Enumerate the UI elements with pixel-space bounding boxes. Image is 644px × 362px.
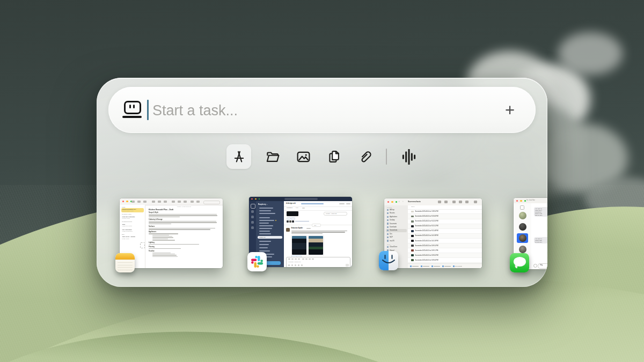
task-input[interactable] [151, 98, 486, 123]
column-header-name[interactable]: Name [411, 206, 415, 208]
format-glyph[interactable] [295, 258, 297, 260]
notes-sidebar-item[interactable]: VET Homework7/18/25 Confirmation [121, 228, 144, 232]
toolbar-glyph[interactable] [196, 201, 200, 203]
toolbar-glyph[interactable] [459, 201, 462, 203]
reaction-pill[interactable] [287, 217, 291, 220]
slack-image-attachment[interactable] [287, 211, 298, 216]
notes-sidebar-item[interactable]: Concrete contractorMonday Testing [121, 215, 144, 219]
file-row[interactable]: Screenshot 2025-08-13 at 5:39:10 PM [408, 243, 482, 248]
crumb-current[interactable]: Screenshots [455, 265, 462, 267]
toolbar-glyph[interactable] [152, 201, 155, 203]
slack-app-icon[interactable] [247, 252, 267, 271]
slack-screenshot-attachment[interactable] [308, 235, 324, 255]
file-row[interactable]: Screenshot 2025-08-13 at 5:39:05 PM [408, 253, 482, 258]
slack-sidebar-item[interactable] [259, 247, 268, 248]
plus-circle-icon[interactable] [533, 264, 537, 268]
crumb-label[interactable] [423, 266, 429, 267]
toolbar-glyph[interactable] [131, 201, 135, 203]
finder-sidebar-item[interactable]: macOS [386, 239, 407, 242]
finder-sidebar-item[interactable]: iCloud Drive [386, 246, 407, 249]
avatar[interactable] [519, 212, 526, 219]
copy-icon[interactable] [325, 147, 343, 166]
format-glyph[interactable] [309, 258, 311, 260]
slack-sidebar-item[interactable] [259, 208, 273, 209]
crumb-label[interactable] [412, 266, 419, 267]
toolbar-glyph[interactable] [178, 201, 181, 203]
composer-icon[interactable] [295, 264, 296, 266]
slack-composer[interactable]: Message #design-crit [286, 257, 350, 267]
slack-message-author[interactable]: Sebastian Spader [291, 228, 303, 230]
toolbar-glyph[interactable] [474, 201, 477, 203]
toolbar-glyph[interactable] [452, 201, 456, 203]
file-row[interactable]: Screenshot 2025-08-13 at 9:22:20 PM [408, 219, 482, 224]
slack-sidebar-item[interactable] [259, 225, 273, 226]
slack-sidebar-item[interactable] [259, 223, 269, 224]
send-button[interactable] [346, 264, 349, 266]
format-glyph[interactable] [305, 258, 308, 260]
toolbar-glyph[interactable] [158, 201, 161, 203]
message-input[interactable]: Hey [538, 263, 547, 269]
voice-icon[interactable] [399, 147, 418, 166]
notes-window-thumbnail[interactable]: TodayKitchen Remodel Pla…2:08 PM Scope &… [120, 198, 223, 268]
format-glyph[interactable] [298, 258, 300, 260]
toolbar-glyph[interactable] [143, 201, 147, 203]
format-glyph[interactable] [291, 258, 294, 260]
finder-app-icon[interactable] [379, 251, 398, 270]
finder-window-thumbnail[interactable]: ‹ › Screenshots FavoritesAirDropRecentsA… [384, 198, 482, 268]
slack-selected-channel[interactable]: design-crit [258, 236, 282, 239]
finder-sidebar-item[interactable]: MCP [386, 235, 407, 239]
toolbar-glyph[interactable] [191, 201, 194, 203]
notes-app-icon[interactable] [115, 253, 135, 272]
image-icon[interactable] [294, 147, 312, 166]
tab-messages[interactable]: Messages [287, 208, 292, 209]
file-row[interactable]: Screenshot 2025-08-13 at 9:21:51 PM [408, 224, 482, 229]
file-row[interactable]: Screenshot 2025-08-13 at 5:41:38 PM [408, 234, 482, 239]
file-row[interactable]: Screenshot 2025-08-13 at 5:41:18 PM [408, 239, 482, 243]
composer-icon[interactable] [298, 264, 299, 266]
format-glyph[interactable] [302, 258, 304, 260]
messages-app-icon[interactable] [510, 253, 529, 272]
composer-icon[interactable] [288, 264, 290, 266]
apps-icon[interactable] [226, 144, 251, 169]
toolbar-glyph[interactable] [172, 201, 175, 203]
slack-sidebar-item[interactable] [259, 228, 272, 229]
toolbar-glyph[interactable] [444, 201, 448, 203]
avatar[interactable] [519, 246, 526, 253]
back-button[interactable]: ‹ [399, 200, 400, 203]
finder-sidebar-item[interactable]: Desktop [386, 218, 407, 221]
slack-header-link[interactable] [301, 203, 324, 204]
file-row[interactable]: Screenshot 2025-08-13 at 9:23:03 PM [408, 214, 482, 219]
finder-sidebar-item[interactable]: AirDrop [386, 208, 407, 211]
slack-sidebar-item[interactable] [259, 217, 270, 218]
selected-conversation[interactable] [517, 233, 528, 243]
paperclip-icon[interactable] [355, 147, 374, 166]
composer-icon[interactable] [291, 264, 293, 266]
format-glyph[interactable] [312, 258, 314, 260]
forward-button[interactable]: › [402, 200, 404, 203]
file-row[interactable]: Screenshot 2025-08-13 at 9:21:48 PM [408, 229, 482, 234]
slack-sidebar-item[interactable] [259, 244, 269, 245]
task-input-bar[interactable]: + [108, 87, 536, 133]
add-attachment-button[interactable]: + [498, 99, 522, 122]
slack-sidebar-item[interactable] [259, 231, 270, 232]
composer-icon[interactable] [301, 264, 303, 266]
slack-sidebar-item[interactable] [259, 220, 274, 221]
toolbar-glyph[interactable] [465, 201, 469, 203]
toolbar-glyph[interactable] [164, 201, 167, 203]
slack-sidebar-item[interactable] [259, 250, 270, 252]
notes-sidebar-item[interactable]: Jane Tevlin – painter8/30/24 Quote [121, 235, 144, 240]
compose-icon[interactable] [520, 205, 524, 210]
format-glyph[interactable] [288, 258, 290, 260]
file-row[interactable]: Screenshot 2025-08-13 at 5:39:04 PM [408, 258, 482, 263]
toolbar-glyph[interactable] [438, 201, 441, 203]
slack-sidebar-item[interactable] [259, 210, 271, 211]
reaction-pill[interactable] [291, 217, 295, 220]
slack-screenshot-attachment[interactable] [291, 235, 307, 255]
notes-sidebar-item[interactable]: Java7/28/25 Mix lessons [121, 223, 144, 227]
notes-sidebar-item[interactable]: Kitchen Remodel Pla…2:08 PM Scope & Styl… [121, 208, 144, 212]
slack-sidebar-item[interactable] [259, 241, 271, 242]
folder-icon[interactable] [264, 147, 282, 166]
slack-workspace-name[interactable]: Raspberry ⌄ [258, 203, 268, 205]
toolbar-glyph[interactable] [184, 201, 187, 203]
tab-pins[interactable]: Pins [296, 208, 298, 209]
